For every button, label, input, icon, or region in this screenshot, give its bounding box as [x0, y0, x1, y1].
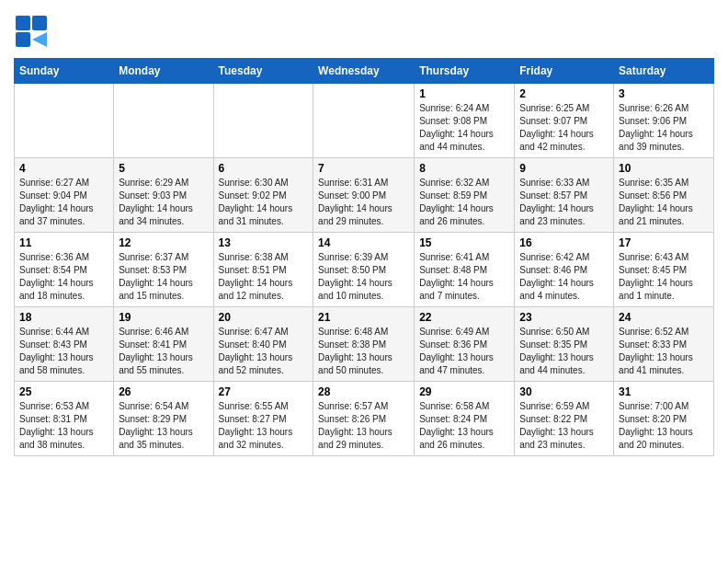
calendar-cell: 9Sunrise: 6:33 AMSunset: 8:57 PMDaylight… [515, 158, 614, 233]
day-number: 6 [219, 162, 309, 175]
day-info: Sunrise: 6:32 AMSunset: 8:59 PMDaylight:… [419, 177, 509, 228]
day-number: 11 [19, 236, 108, 249]
day-number: 4 [19, 162, 108, 175]
calendar-cell: 8Sunrise: 6:32 AMSunset: 8:59 PMDaylight… [415, 158, 515, 233]
day-of-week-sunday: Sunday [15, 59, 114, 84]
day-number: 19 [119, 311, 208, 324]
day-number: 28 [318, 385, 409, 398]
day-number: 26 [119, 385, 208, 398]
day-number: 27 [219, 385, 309, 398]
day-number: 18 [19, 311, 108, 324]
calendar-cell: 12Sunrise: 6:37 AMSunset: 8:53 PMDayligh… [114, 233, 213, 307]
calendar-cell: 27Sunrise: 6:55 AMSunset: 8:27 PMDayligh… [213, 382, 313, 456]
day-number: 24 [619, 311, 709, 324]
day-info: Sunrise: 6:57 AMSunset: 8:26 PMDaylight:… [318, 400, 409, 452]
calendar-cell: 10Sunrise: 6:35 AMSunset: 8:56 PMDayligh… [614, 158, 714, 233]
day-info: Sunrise: 6:46 AMSunset: 8:41 PMDaylight:… [119, 326, 208, 377]
day-number: 14 [318, 236, 409, 249]
calendar-cell: 21Sunrise: 6:48 AMSunset: 8:38 PMDayligh… [313, 307, 415, 382]
day-number: 3 [619, 87, 709, 100]
calendar-cell: 23Sunrise: 6:50 AMSunset: 8:35 PMDayligh… [515, 307, 614, 382]
day-info: Sunrise: 6:36 AMSunset: 8:54 PMDaylight:… [19, 251, 108, 303]
day-info: Sunrise: 6:39 AMSunset: 8:50 PMDaylight:… [318, 251, 409, 303]
calendar-cell: 29Sunrise: 6:58 AMSunset: 8:24 PMDayligh… [415, 382, 515, 456]
day-info: Sunrise: 6:55 AMSunset: 8:27 PMDaylight:… [219, 400, 309, 452]
day-info: Sunrise: 6:42 AMSunset: 8:46 PMDaylight:… [519, 251, 609, 303]
day-info: Sunrise: 6:35 AMSunset: 8:56 PMDaylight:… [619, 177, 709, 228]
calendar-week-row: 11Sunrise: 6:36 AMSunset: 8:54 PMDayligh… [15, 233, 714, 307]
day-of-week-saturday: Saturday [614, 59, 714, 84]
calendar-cell: 7Sunrise: 6:31 AMSunset: 9:00 PMDaylight… [313, 158, 415, 233]
calendar-cell: 22Sunrise: 6:49 AMSunset: 8:36 PMDayligh… [415, 307, 515, 382]
calendar-cell: 5Sunrise: 6:29 AMSunset: 9:03 PMDaylight… [114, 158, 213, 233]
day-info: Sunrise: 6:41 AMSunset: 8:48 PMDaylight:… [419, 251, 509, 303]
day-of-week-wednesday: Wednesday [313, 59, 415, 84]
day-number: 31 [619, 385, 709, 398]
day-info: Sunrise: 6:26 AMSunset: 9:06 PMDaylight:… [619, 102, 709, 154]
day-info: Sunrise: 6:27 AMSunset: 9:04 PMDaylight:… [19, 177, 108, 228]
day-info: Sunrise: 6:54 AMSunset: 8:29 PMDaylight:… [119, 400, 208, 452]
calendar-cell: 11Sunrise: 6:36 AMSunset: 8:54 PMDayligh… [15, 233, 114, 307]
day-info: Sunrise: 6:33 AMSunset: 8:57 PMDaylight:… [519, 177, 609, 228]
day-of-week-monday: Monday [114, 59, 213, 84]
svg-rect-0 [16, 16, 30, 30]
day-info: Sunrise: 6:25 AMSunset: 9:07 PMDaylight:… [519, 102, 609, 154]
calendar-cell: 4Sunrise: 6:27 AMSunset: 9:04 PMDaylight… [15, 158, 114, 233]
day-number: 29 [419, 385, 509, 398]
day-info: Sunrise: 6:30 AMSunset: 9:02 PMDaylight:… [219, 177, 309, 228]
day-info: Sunrise: 6:38 AMSunset: 8:51 PMDaylight:… [219, 251, 309, 303]
calendar-cell: 6Sunrise: 6:30 AMSunset: 9:02 PMDaylight… [213, 158, 313, 233]
day-number: 2 [519, 87, 609, 100]
day-of-week-thursday: Thursday [415, 59, 515, 84]
day-info: Sunrise: 6:48 AMSunset: 8:38 PMDaylight:… [318, 326, 409, 377]
calendar-cell [213, 84, 313, 158]
calendar-cell: 18Sunrise: 6:44 AMSunset: 8:43 PMDayligh… [15, 307, 114, 382]
day-of-week-friday: Friday [515, 59, 614, 84]
calendar-cell: 26Sunrise: 6:54 AMSunset: 8:29 PMDayligh… [114, 382, 213, 456]
calendar-cell: 25Sunrise: 6:53 AMSunset: 8:31 PMDayligh… [15, 382, 114, 456]
day-info: Sunrise: 6:53 AMSunset: 8:31 PMDaylight:… [19, 400, 108, 452]
calendar-table: SundayMondayTuesdayWednesdayThursdayFrid… [14, 58, 714, 456]
svg-rect-2 [16, 32, 30, 47]
logo [14, 14, 49, 49]
calendar-cell: 28Sunrise: 6:57 AMSunset: 8:26 PMDayligh… [313, 382, 415, 456]
calendar-week-row: 1Sunrise: 6:24 AMSunset: 9:08 PMDaylight… [15, 84, 714, 158]
calendar-cell: 1Sunrise: 6:24 AMSunset: 9:08 PMDaylight… [415, 84, 515, 158]
day-of-week-tuesday: Tuesday [213, 59, 313, 84]
calendar-week-row: 25Sunrise: 6:53 AMSunset: 8:31 PMDayligh… [15, 382, 714, 456]
day-info: Sunrise: 6:50 AMSunset: 8:35 PMDaylight:… [519, 326, 609, 377]
calendar-week-row: 4Sunrise: 6:27 AMSunset: 9:04 PMDaylight… [15, 158, 714, 233]
day-info: Sunrise: 6:47 AMSunset: 8:40 PMDaylight:… [219, 326, 309, 377]
day-number: 7 [318, 162, 409, 175]
svg-marker-3 [32, 32, 47, 47]
day-number: 13 [219, 236, 309, 249]
calendar-cell: 3Sunrise: 6:26 AMSunset: 9:06 PMDaylight… [614, 84, 714, 158]
day-number: 5 [119, 162, 208, 175]
calendar-cell: 30Sunrise: 6:59 AMSunset: 8:22 PMDayligh… [515, 382, 614, 456]
calendar-cell: 31Sunrise: 7:00 AMSunset: 8:20 PMDayligh… [614, 382, 714, 456]
day-number: 20 [219, 311, 309, 324]
svg-rect-1 [32, 16, 47, 30]
day-info: Sunrise: 7:00 AMSunset: 8:20 PMDaylight:… [619, 400, 709, 452]
calendar-cell: 20Sunrise: 6:47 AMSunset: 8:40 PMDayligh… [213, 307, 313, 382]
day-number: 22 [419, 311, 509, 324]
day-info: Sunrise: 6:24 AMSunset: 9:08 PMDaylight:… [419, 102, 509, 154]
day-info: Sunrise: 6:52 AMSunset: 8:33 PMDaylight:… [619, 326, 709, 377]
calendar-week-row: 18Sunrise: 6:44 AMSunset: 8:43 PMDayligh… [15, 307, 714, 382]
page-header [14, 14, 714, 49]
day-info: Sunrise: 6:44 AMSunset: 8:43 PMDaylight:… [19, 326, 108, 377]
calendar-cell: 15Sunrise: 6:41 AMSunset: 8:48 PMDayligh… [415, 233, 515, 307]
day-info: Sunrise: 6:59 AMSunset: 8:22 PMDaylight:… [519, 400, 609, 452]
day-number: 17 [619, 236, 709, 249]
day-info: Sunrise: 6:49 AMSunset: 8:36 PMDaylight:… [419, 326, 509, 377]
day-number: 30 [519, 385, 609, 398]
calendar-cell [313, 84, 415, 158]
calendar-cell: 24Sunrise: 6:52 AMSunset: 8:33 PMDayligh… [614, 307, 714, 382]
calendar-cell: 13Sunrise: 6:38 AMSunset: 8:51 PMDayligh… [213, 233, 313, 307]
calendar-cell: 14Sunrise: 6:39 AMSunset: 8:50 PMDayligh… [313, 233, 415, 307]
day-number: 1 [419, 87, 509, 100]
calendar-cell: 2Sunrise: 6:25 AMSunset: 9:07 PMDaylight… [515, 84, 614, 158]
day-info: Sunrise: 6:58 AMSunset: 8:24 PMDaylight:… [419, 400, 509, 452]
day-info: Sunrise: 6:37 AMSunset: 8:53 PMDaylight:… [119, 251, 208, 303]
day-number: 16 [519, 236, 609, 249]
